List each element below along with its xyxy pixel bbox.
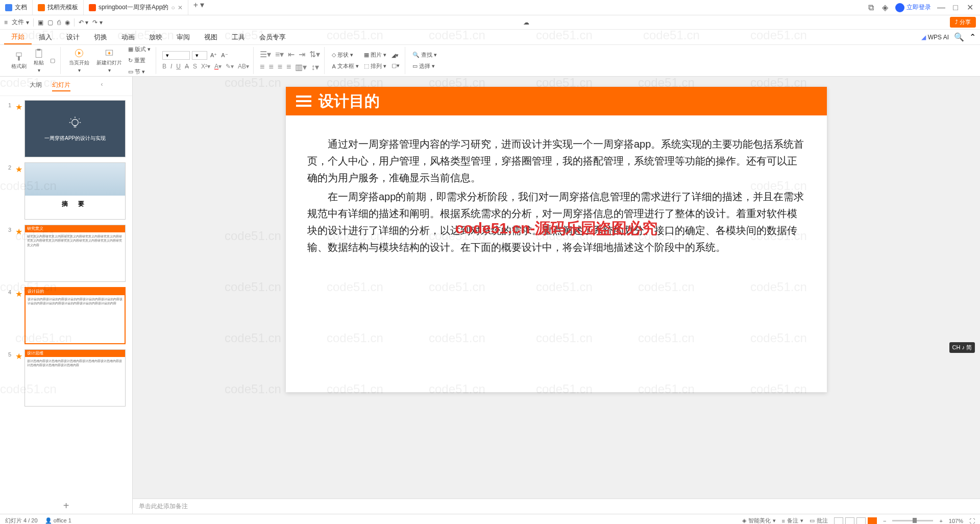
print-icon[interactable]: ⎙ — [57, 19, 61, 26]
new-slide-button[interactable]: 新建幻灯片▾ — [94, 47, 124, 74]
close-icon[interactable]: ✕ — [178, 4, 183, 11]
collapse-panel-icon[interactable]: ‹ — [101, 81, 103, 91]
tab-templates[interactable]: 找稻壳模板 — [33, 0, 84, 15]
increase-indent-icon[interactable]: ⇥ — [299, 50, 305, 59]
text-direction-icon[interactable]: ↕▾ — [311, 62, 319, 72]
slides-tab[interactable]: 幻灯片 — [52, 81, 70, 91]
slide-counter[interactable]: 幻灯片 4 / 20 — [5, 517, 38, 524]
align-left-icon[interactable]: ≡ — [260, 62, 264, 72]
save-icon[interactable]: ▣ — [38, 19, 43, 26]
bullet-list-icon[interactable]: ☰▾ — [260, 50, 271, 59]
increase-font-icon[interactable]: A⁺ — [209, 51, 218, 60]
menu-view[interactable]: 视图 — [197, 30, 225, 44]
reset-button[interactable]: ↻ 重置 — [127, 56, 152, 65]
find-button[interactable]: 🔍 查找▾ — [411, 50, 438, 60]
zoom-handle[interactable] — [913, 518, 917, 523]
justify-icon[interactable]: ≡ — [286, 62, 291, 72]
close-window-icon[interactable]: ✕ — [966, 4, 974, 12]
shape-button[interactable]: ◇ 形状▾ — [331, 50, 359, 60]
menu-home[interactable]: 开始 — [4, 30, 32, 44]
menu-transition[interactable]: 切换 — [87, 30, 114, 44]
window-restore-icon[interactable]: ⧉ — [867, 4, 875, 12]
slide-thumbnail-4[interactable]: 设计目的 设计目的内容设计目的内容设计目的内容设计目的内容设计目的内容设计目的内… — [24, 287, 126, 344]
tab-current[interactable]: springboot一周穿搭App的○✕ — [84, 0, 188, 15]
normal-view-icon[interactable] — [834, 517, 843, 525]
clear-format-button[interactable]: AB▾ — [238, 63, 249, 70]
menu-button[interactable]: ≡ — [4, 19, 8, 26]
slide-thumbnail-3[interactable]: 研究意义 研究意义内容研究意义内容研究意义内容研究意义内容研究意义内容研究意义内… — [24, 225, 126, 282]
copy-icon[interactable]: ▢ — [49, 56, 56, 65]
paste-button[interactable]: 粘贴▾ — [32, 47, 46, 74]
from-current-button[interactable]: 当页开始▾ — [67, 47, 91, 74]
outline-icon[interactable]: ▢▾ — [390, 61, 401, 70]
fit-screen-icon[interactable]: ⛶ — [969, 518, 975, 524]
notes-toggle[interactable]: ≡ 备注▾ — [782, 517, 803, 524]
bold-button[interactable]: B — [162, 63, 166, 70]
decrease-font-icon[interactable]: A⁻ — [220, 51, 229, 60]
menu-slideshow[interactable]: 放映 — [142, 30, 169, 44]
font-color-button[interactable]: A▾ — [214, 63, 222, 70]
underline-button[interactable]: U — [176, 63, 181, 70]
add-tab-button[interactable]: + ▾ — [188, 0, 210, 15]
select-button[interactable]: ▭ 选择▾ — [411, 61, 438, 71]
layout-button[interactable]: ▦ 版式▾ — [127, 44, 152, 54]
menu-member[interactable]: 会员专享 — [252, 30, 293, 44]
cube-icon[interactable]: ◈ — [881, 4, 889, 12]
print-preview-icon[interactable]: ◉ — [65, 19, 70, 26]
font-family-select[interactable]: ▾ — [162, 51, 190, 60]
zoom-in-button[interactable]: + — [939, 518, 942, 524]
menu-animation[interactable]: 动画 — [114, 30, 142, 44]
align-center-icon[interactable]: ≡ — [268, 62, 273, 72]
slide-canvas[interactable]: 设计目的 通过对一周穿搭管理内容的学习研究，进而设计并实现一个一周穿搭app。系… — [133, 77, 980, 498]
undo-button[interactable]: ↶ ▾ — [79, 19, 88, 26]
image-button[interactable]: ▦ 图片▾ — [363, 50, 387, 60]
search-icon[interactable]: 🔍 — [954, 32, 964, 42]
line-spacing-icon[interactable]: ⇅▾ — [309, 50, 320, 59]
columns-icon[interactable]: ▥▾ — [295, 62, 307, 72]
zoom-out-button[interactable]: − — [883, 518, 886, 524]
save-as-icon[interactable]: ▢ — [47, 19, 53, 26]
superscript-button[interactable]: X²▾ — [201, 63, 210, 70]
outline-tab[interactable]: 大纲 — [30, 81, 42, 91]
sorter-view-icon[interactable] — [845, 517, 854, 525]
arrange-button[interactable]: ⬚ 排列▾ — [363, 61, 387, 71]
slide-thumbnail-5[interactable]: 设计思维 设计思维内容设计思维内容设计思维内容设计思维内容设计思维内容设计思维内… — [24, 349, 126, 407]
align-right-icon[interactable]: ≡ — [278, 62, 282, 72]
minimize-icon[interactable]: — — [937, 4, 945, 12]
highlight-button[interactable]: ✎▾ — [226, 63, 234, 70]
slide-thumbnail-2[interactable]: 摘 要 — [24, 162, 126, 220]
section-button[interactable]: ▭ 节▾ — [127, 67, 152, 77]
redo-button[interactable]: ↷ ▾ — [92, 19, 102, 26]
wps-ai-button[interactable]: ◢WPS AI — [921, 34, 949, 41]
collapse-ribbon-icon[interactable]: ⌃ — [969, 32, 976, 42]
comment-button[interactable]: ▭ 批注 — [810, 517, 828, 524]
format-painter-button[interactable]: 格式刷 — [9, 51, 29, 71]
cloud-icon[interactable]: ☁ — [523, 19, 529, 26]
menu-tools[interactable]: 工具 — [225, 30, 252, 44]
slide-thumbnail-1[interactable]: 一周穿搭APP的设计与实现 — [24, 100, 126, 157]
menu-design[interactable]: 设计 — [59, 30, 87, 44]
strike-button[interactable]: S — [193, 63, 197, 70]
menu-review[interactable]: 审阅 — [169, 30, 197, 44]
tab-documents[interactable]: 文档 — [0, 0, 33, 15]
login-button[interactable]: 立即登录 — [895, 3, 931, 12]
beautify-button[interactable]: ◈ 智能美化▾ — [742, 517, 776, 524]
share-button[interactable]: ⤴ 分享 — [950, 17, 976, 28]
textbox-button[interactable]: A 文本框▾ — [331, 61, 359, 71]
menu-insert[interactable]: 插入 — [32, 30, 59, 44]
font-size-select[interactable]: ▾ — [192, 51, 207, 60]
zoom-level[interactable]: 107% — [949, 518, 963, 524]
fill-icon[interactable]: ◢▾ — [390, 51, 401, 60]
maximize-icon[interactable]: □ — [951, 4, 960, 12]
number-list-icon[interactable]: ≡▾ — [275, 50, 284, 59]
zoom-slider[interactable] — [892, 520, 933, 521]
file-menu[interactable]: 文件 ▾ — [12, 18, 29, 27]
italic-button[interactable]: I — [170, 63, 172, 70]
current-slide[interactable]: 设计目的 通过对一周穿搭管理内容的学习研究，进而设计并实现一个一周穿搭app。系… — [286, 87, 827, 392]
slideshow-view-icon[interactable] — [868, 517, 877, 525]
strikethrough-button[interactable]: A̶ — [185, 63, 189, 70]
decrease-indent-icon[interactable]: ⇤ — [288, 50, 295, 59]
ime-indicator[interactable]: CH ♪ 简 — [949, 342, 975, 353]
reading-view-icon[interactable] — [856, 517, 866, 525]
notes-pane[interactable]: 单击此处添加备注 — [133, 498, 980, 514]
